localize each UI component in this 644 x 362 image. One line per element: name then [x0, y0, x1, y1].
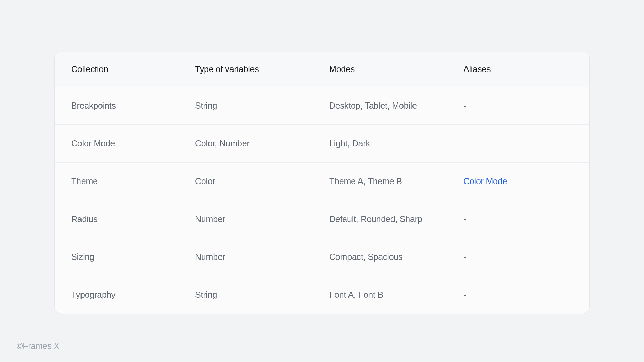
cell-aliases: - — [463, 139, 573, 149]
cell-type: Number — [195, 252, 329, 262]
cell-modes: Font A, Font B — [329, 290, 463, 300]
cell-aliases: - — [463, 290, 573, 300]
cell-aliases: - — [463, 214, 573, 224]
cell-type: Color — [195, 176, 329, 186]
table-row: Color Mode Color, Number Light, Dark - — [55, 125, 589, 163]
cell-collection: Theme — [71, 176, 195, 186]
cell-modes: Light, Dark — [329, 139, 463, 149]
cell-type: Number — [195, 214, 329, 224]
cell-collection: Breakpoints — [71, 101, 195, 111]
table-row: Radius Number Default, Rounded, Sharp - — [55, 200, 589, 238]
cell-type: String — [195, 290, 329, 300]
cell-aliases-link[interactable]: Color Mode — [463, 176, 573, 186]
table-row: Sizing Number Compact, Spacious - — [55, 238, 589, 276]
cell-modes: Theme A, Theme B — [329, 176, 463, 186]
table-header-row: Collection Type of variables Modes Alias… — [55, 52, 589, 87]
cell-aliases: - — [463, 101, 573, 111]
cell-modes: Default, Rounded, Sharp — [329, 214, 463, 224]
header-aliases: Aliases — [463, 64, 573, 74]
header-type: Type of variables — [195, 64, 329, 74]
cell-collection: Typography — [71, 290, 195, 300]
table-row: Breakpoints String Desktop, Tablet, Mobi… — [55, 87, 589, 125]
cell-modes: Desktop, Tablet, Mobile — [329, 101, 463, 111]
cell-type: String — [195, 101, 329, 111]
header-collection: Collection — [71, 64, 195, 74]
header-modes: Modes — [329, 64, 463, 74]
footer-credit: ©Frames X — [17, 341, 60, 351]
cell-collection: Sizing — [71, 252, 195, 262]
table-row: Theme Color Theme A, Theme B Color Mode — [55, 163, 589, 200]
cell-modes: Compact, Spacious — [329, 252, 463, 262]
cell-collection: Color Mode — [71, 139, 195, 149]
cell-type: Color, Number — [195, 139, 329, 149]
table-row: Typography String Font A, Font B - — [55, 276, 589, 314]
variables-table: Collection Type of variables Modes Alias… — [54, 52, 590, 314]
cell-collection: Radius — [71, 214, 195, 224]
cell-aliases: - — [463, 252, 573, 262]
